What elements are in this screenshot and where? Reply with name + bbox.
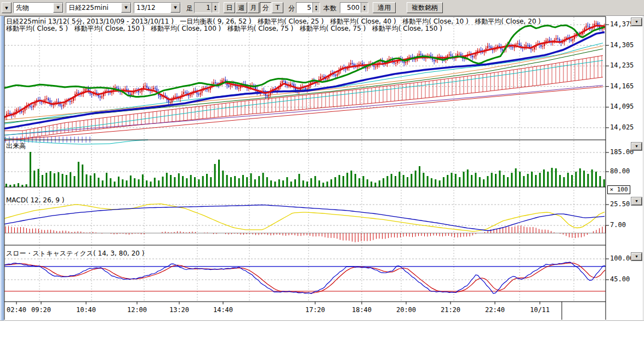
instrument-type-value: 先物 [14,3,53,13]
x-axis-label: 13:20 [167,306,191,314]
symbol-combo[interactable]: 日経225mini ▼ [66,2,132,13]
bar-interval-value: 1 [195,3,212,13]
minute-label: 分 [288,4,295,13]
volume-panel-dropdown-button[interactable]: ▼ [631,143,642,150]
macd-panel-label: MACD( 12, 26, 9 ) [6,196,64,204]
minute-spinner[interactable]: 5 ▲▼ [296,2,320,13]
contract-month-combo[interactable]: 13/12 ▼ [134,2,181,13]
y-axis-label: 14,095 [610,103,634,110]
count-value: 500 [340,3,361,13]
spinner-arrows-icon[interactable]: ▲▼ [312,3,320,13]
x-axis-label: 17:20 [303,306,327,314]
x-axis-label: 20:00 [394,306,418,314]
count-spinner[interactable]: 500 ▲▼ [340,2,368,13]
stoch-panel-dropdown-button[interactable]: ▼ [631,253,642,261]
period-tick-button[interactable]: T [272,2,283,13]
y-axis-label: 14,165 [610,82,634,90]
app-window: { "toolbar": { "menu_dropdown": "▼", "co… [0,0,644,351]
x-axis-label: 02:40 [4,306,29,314]
symbol-value: 日経225mini [66,3,121,13]
combo-arrow-icon[interactable]: ▼ [121,3,131,13]
y-axis-label: 100.00 [610,254,634,262]
spinner-arrows-icon[interactable]: ▲▼ [361,3,368,13]
x-axis-label: 09:20 [29,306,53,314]
x-axis-label: 21:20 [438,306,463,314]
chevron-down-icon: ▼ [635,199,639,203]
x-axis-label: 10:40 [74,306,98,314]
legend-row-2: 移動平均( Close, 5 ) 移動平均( Close, 150 ) 移動平均… [6,24,442,33]
x-axis-label: 18:40 [350,306,374,314]
bar-type-label: 足 [186,4,193,13]
chart-plot-area[interactable] [0,0,644,351]
period-week-button[interactable]: 週 [236,2,247,13]
y-axis-label: 185.00 [610,148,634,156]
multi-symbol-button[interactable]: 複数銘柄 [407,2,443,13]
main-panel-dropdown-button[interactable]: ▼ [631,18,642,26]
minute-value: 5 [297,3,312,13]
apply-button[interactable]: 適用 [373,2,396,13]
contract-month-value: 13/12 [134,3,170,13]
stoch-panel-label: スロー・ストキャスティクス( 14, 3, 80, 20 ) [6,249,144,258]
y-axis-label: 45.00 [610,275,630,283]
period-day-button[interactable]: 日 [224,2,235,13]
y-axis-label: 80.00 [610,167,630,175]
chevron-down-icon: ▼ [635,144,639,148]
y-axis-label: 14,375 [610,20,634,28]
x-axis-label: 12:00 [125,306,149,314]
instrument-type-combo[interactable]: 先物 ▼ [13,2,64,13]
y-axis-label: 14,235 [610,61,634,69]
y-axis-label: 14,025 [610,123,634,131]
toolbar: ▼ 先物 ▼ 日経225mini ▼ 13/12 ▼ 足 1 ▲▼ 日 週 月 … [0,0,644,16]
bar-interval-spinner[interactable]: 1 ▲▼ [194,2,219,13]
chevron-down-icon: ▼ [5,6,8,10]
period-minute-button[interactable]: 分 [260,2,271,13]
combo-arrow-icon[interactable]: ▼ [170,3,180,13]
chevron-down-icon: ▼ [635,20,639,24]
spinner-arrows-icon[interactable]: ▲▼ [212,3,219,13]
combo-arrow-icon[interactable]: ▼ [53,3,63,13]
x-axis-label: 22:40 [483,306,507,314]
y-axis-label: 14,305 [610,41,634,49]
x-axis-label: 10/11 [528,306,552,314]
chevron-down-icon: ▼ [635,254,639,258]
macd-panel-dropdown-button[interactable]: ▼ [631,197,642,205]
y-axis-label: 25.50 [610,200,630,208]
volume-multiplier-badge: × 100 [607,185,630,194]
volume-panel-label: 出来高 [6,141,26,151]
y-axis-label: 7.00 [610,221,626,229]
count-label: 本数 [323,4,337,13]
x-axis-label: 14:40 [211,306,235,314]
chart-menu-dropdown-button[interactable]: ▼ [2,2,12,13]
period-month-button[interactable]: 月 [248,2,259,13]
